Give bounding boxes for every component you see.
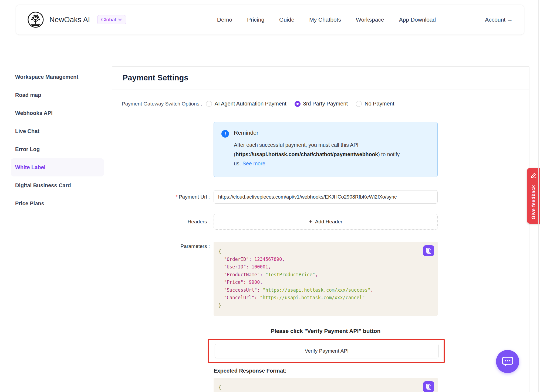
gateway-options-label: Payment Gateway Switch Options : xyxy=(122,101,202,107)
nav-link-demo[interactable]: Demo xyxy=(217,16,232,23)
code-line: { xyxy=(218,248,421,255)
radio-option-label: 3rd Party Payment xyxy=(303,101,348,107)
radio-unselected-icon[interactable] xyxy=(206,101,212,107)
sidebar-item-price-plans[interactable]: Price Plans xyxy=(11,195,104,213)
nav-link-my-chatbots[interactable]: My Chatbots xyxy=(309,16,341,23)
top-navbar: NewOaks AI Global Demo Pricing Guide My … xyxy=(16,5,524,35)
panel-header: Payment Settings xyxy=(112,67,529,90)
parameters-label: Parameters : xyxy=(112,242,214,249)
payment-url-label: *Payment Url : xyxy=(112,194,214,200)
info-icon: i xyxy=(221,130,229,138)
radio-selected-icon[interactable] xyxy=(295,101,301,107)
chat-bubble-icon xyxy=(501,356,514,367)
payment-settings-panel: Payment Settings Payment Gateway Switch … xyxy=(112,66,529,392)
nav-link-app-download[interactable]: App Download xyxy=(399,16,436,23)
reminder-api-url: https://usapi.hottask.com/chat/chatbot/p… xyxy=(236,151,378,157)
verify-payment-api-button[interactable]: Verify Payment API xyxy=(215,344,439,358)
required-asterisk: * xyxy=(176,194,178,200)
add-header-label: Add Header xyxy=(315,219,342,225)
code-line: "SuccessUrl": "https://usapi.hottask.com… xyxy=(218,286,421,294)
main-navigation: Demo Pricing Guide My Chatbots Workspace… xyxy=(217,16,436,23)
code-line: { xyxy=(218,384,421,391)
nav-link-pricing[interactable]: Pricing xyxy=(247,16,264,23)
radio-no-payment[interactable]: No Payment xyxy=(356,101,394,107)
sidebar-item-workspace-management[interactable]: Workspace Management xyxy=(11,68,104,86)
radio-unselected-icon[interactable] xyxy=(356,101,362,107)
headers-label: Headers : xyxy=(112,219,214,225)
code-line: "Price": 9900, xyxy=(218,278,421,286)
brand-name: NewOaks AI xyxy=(49,16,90,24)
red-annotation-highlight: Verify Payment API xyxy=(208,339,445,363)
code-line: "OrderID": 1234567890, xyxy=(218,255,421,263)
copy-icon xyxy=(426,384,432,390)
chat-widget-button[interactable] xyxy=(496,350,519,373)
radio-3rd-party-payment[interactable]: 3rd Party Payment xyxy=(295,101,348,107)
nav-link-guide[interactable]: Guide xyxy=(279,16,294,23)
reminder-alert: i Reminder After each successful payment… xyxy=(214,122,438,177)
sidebar-item-digital-business-card[interactable]: Digital Business Card xyxy=(11,176,104,195)
radio-ai-agent-automation-payment[interactable]: AI Agent Automation Payment xyxy=(206,101,286,107)
parameters-code-block: { "OrderID": 1234567890, "UserID": 10000… xyxy=(214,242,438,316)
expected-response-label: Expected Response Format: xyxy=(214,368,529,374)
code-line: } xyxy=(218,302,421,309)
region-label: Global xyxy=(101,17,116,23)
page-title: Payment Settings xyxy=(123,73,519,82)
payment-gateway-options: Payment Gateway Switch Options : AI Agen… xyxy=(122,101,529,107)
headers-row: Headers : + Add Header xyxy=(112,214,529,230)
radio-option-label: No Payment xyxy=(364,101,394,107)
payment-url-row: *Payment Url : xyxy=(112,190,529,204)
reminder-body: After each successful payment, you must … xyxy=(234,140,407,168)
give-feedback-tab[interactable]: Give feedback xyxy=(527,168,540,224)
code-line: "ProductName": "TestProductPrice", xyxy=(218,271,421,279)
see-more-link[interactable]: See more xyxy=(242,161,265,166)
copy-response-button[interactable] xyxy=(423,381,434,392)
plus-icon: + xyxy=(309,219,312,225)
region-selector[interactable]: Global xyxy=(97,15,126,24)
parameters-row: Parameters : { "OrderID": 1234567890, "U… xyxy=(112,242,529,316)
nav-link-workspace[interactable]: Workspace xyxy=(356,16,384,23)
chevron-down-icon xyxy=(118,18,122,21)
add-header-button[interactable]: + Add Header xyxy=(214,214,438,230)
verify-instruction-divider: Please click "Verify Payment API" button xyxy=(214,328,438,334)
response-code-block: { "Data": { "URL": "https://checkout.str… xyxy=(214,378,438,392)
give-feedback-label: Give feedback xyxy=(527,182,540,222)
payment-url-input[interactable] xyxy=(214,190,438,204)
code-line: "CancelUrl": "https://usapi.hottask.com/… xyxy=(218,294,421,302)
settings-sidebar: Workspace Management Road map Webhooks A… xyxy=(11,68,104,213)
copy-icon xyxy=(426,248,432,254)
account-link[interactable]: Account → xyxy=(485,16,513,23)
copy-parameters-button[interactable] xyxy=(423,245,434,256)
sidebar-item-webhooks-api[interactable]: Webhooks API xyxy=(11,104,104,122)
sidebar-item-road-map[interactable]: Road map xyxy=(11,86,104,104)
verify-instruction-text: Please click "Verify Payment API" button xyxy=(271,328,381,334)
pencil-icon xyxy=(530,172,537,179)
code-line: "UserID": 100001, xyxy=(218,263,421,271)
radio-option-label: AI Agent Automation Payment xyxy=(215,101,286,107)
sidebar-item-live-chat[interactable]: Live Chat xyxy=(11,122,104,140)
newoaks-logo xyxy=(27,11,44,28)
sidebar-item-white-label[interactable]: White Label xyxy=(11,158,104,176)
reminder-title: Reminder xyxy=(234,129,422,136)
sidebar-item-error-log[interactable]: Error Log xyxy=(11,140,104,158)
page-edge-divider xyxy=(538,0,539,392)
